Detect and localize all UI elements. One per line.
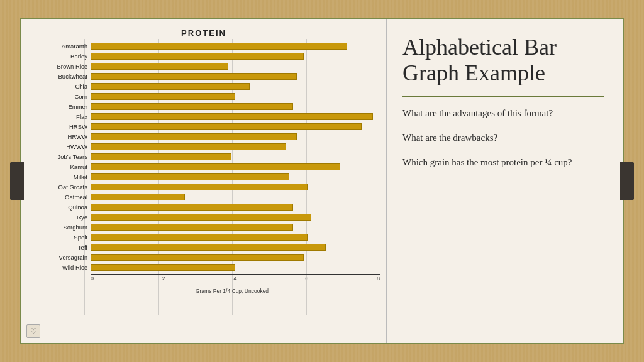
table-row: Versagrain <box>34 253 380 261</box>
chart-title: PROTEIN <box>28 28 380 38</box>
bar-track <box>91 93 380 100</box>
table-row: Corn <box>34 92 380 101</box>
bar-track <box>91 133 380 140</box>
bar-fill <box>91 163 340 170</box>
table-row: Flax <box>34 112 380 121</box>
bar-label: HWWW <box>34 143 91 150</box>
bar-label: Wild Rice <box>34 264 91 271</box>
bar-label: Teff <box>34 244 91 251</box>
table-row: Oatmeal <box>34 192 380 201</box>
bar-label: Buckwheat <box>34 73 91 80</box>
table-row: Teff <box>34 243 380 251</box>
table-row: HRWW <box>34 132 380 141</box>
table-row: Chia <box>34 82 380 90</box>
bar-track <box>91 234 380 241</box>
question-1: What are the advantages of this format? <box>402 107 604 120</box>
heart-icon-container[interactable]: ♡ <box>26 324 40 338</box>
bar-track <box>91 43 380 50</box>
bar-fill <box>91 254 304 261</box>
bar-label: Chia <box>34 83 91 90</box>
bar-track <box>91 53 380 60</box>
bar-track <box>91 143 380 150</box>
x-tick: 0 <box>91 275 94 282</box>
bar-fill <box>91 153 231 160</box>
table-row: Millet <box>34 172 380 181</box>
side-tab-right <box>620 162 634 200</box>
bar-label: HRSW <box>34 123 91 130</box>
bar-fill <box>91 53 304 60</box>
x-axis-label: Grams Per 1/4 Cup, Uncooked <box>84 288 380 294</box>
bar-track <box>91 204 380 211</box>
bar-track <box>91 184 380 190</box>
x-axis-line <box>91 274 380 275</box>
bar-track <box>91 163 380 170</box>
bar-label: Versagrain <box>34 254 91 261</box>
bar-label: Flax <box>34 113 91 120</box>
table-row: Sorghum <box>34 222 380 231</box>
bar-label: Millet <box>34 173 91 180</box>
bar-label: Oat Groats <box>34 184 91 190</box>
bar-fill <box>91 93 235 100</box>
table-row: Oat Groats <box>34 182 380 191</box>
bar-track <box>91 73 380 80</box>
bar-fill <box>91 264 235 271</box>
table-row: Barley <box>34 52 380 60</box>
table-row: Kamut <box>34 162 380 171</box>
bar-fill <box>91 43 347 50</box>
table-row: Job's Tears <box>34 152 380 161</box>
bar-label: Rye <box>34 214 91 221</box>
bar-fill <box>91 63 228 70</box>
chart-section: PROTEIN AmaranthBarleyBrown RiceBuckwhea… <box>21 19 386 343</box>
table-row: Brown Rice <box>34 62 380 70</box>
bar-track <box>91 264 380 271</box>
bar-label: Sorghum <box>34 224 91 231</box>
heart-icon: ♡ <box>30 327 37 336</box>
bar-fill <box>91 113 373 120</box>
bar-track <box>91 63 380 70</box>
bar-fill <box>91 173 289 180</box>
bar-label: Job's Tears <box>34 153 91 160</box>
bar-track <box>91 224 380 231</box>
question-3: Which grain has the most protein per ¼ c… <box>402 156 604 169</box>
x-ticks: 02468 <box>91 274 380 283</box>
bar-label: Quinoa <box>34 204 91 211</box>
table-row: HRSW <box>34 122 380 131</box>
table-row: Buckwheat <box>34 72 380 80</box>
table-row: HWWW <box>34 142 380 151</box>
chart-bars-area: AmaranthBarleyBrown RiceBuckwheatChiaCor… <box>34 41 380 272</box>
bar-label: Corn <box>34 93 91 100</box>
bar-fill <box>91 204 293 211</box>
bar-fill <box>91 73 297 80</box>
bar-fill <box>91 83 250 90</box>
bar-fill <box>91 133 297 140</box>
bar-track <box>91 113 380 120</box>
slide-heading: Alphabetical Bar Graph Example <box>402 35 604 87</box>
x-tick: 6 <box>305 275 308 282</box>
bar-label: Brown Rice <box>34 63 91 70</box>
divider-line <box>402 96 604 97</box>
table-row: Amaranth <box>34 41 380 50</box>
bar-fill <box>91 234 308 241</box>
bar-track <box>91 123 380 130</box>
x-axis-area: 02468 <box>91 274 380 287</box>
bar-fill <box>91 184 308 190</box>
bar-track <box>91 173 380 180</box>
table-row: Quinoa <box>34 202 380 211</box>
bar-label: Emmer <box>34 103 91 110</box>
bar-label: Amaranth <box>34 43 91 50</box>
bar-track <box>91 83 380 90</box>
table-row: Rye <box>34 212 380 221</box>
bar-track <box>91 254 380 261</box>
bar-fill <box>91 244 326 251</box>
bar-fill <box>91 143 286 150</box>
table-row: Spelt <box>34 233 380 241</box>
bar-track <box>91 244 380 251</box>
x-tick: 8 <box>377 275 380 282</box>
bar-fill <box>91 103 293 110</box>
text-section: Alphabetical Bar Graph Example What are … <box>386 19 623 343</box>
bar-track <box>91 214 380 221</box>
bar-label: Barley <box>34 53 91 60</box>
bar-fill <box>91 123 362 130</box>
slide-container: PROTEIN AmaranthBarleyBrown RiceBuckwhea… <box>20 18 624 344</box>
bar-label: Oatmeal <box>34 194 91 200</box>
